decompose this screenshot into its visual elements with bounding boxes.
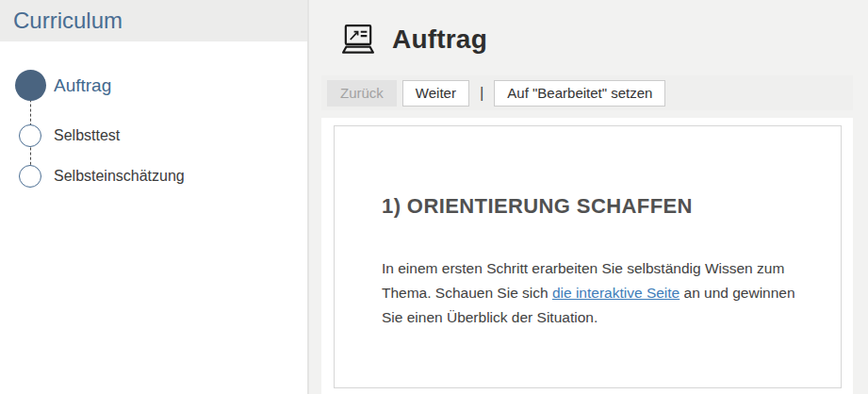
step-label-auftrag[interactable]: Auftrag [54, 75, 111, 96]
stepper-item-selbsteinschaetzung[interactable]: Selbsteinschätzung [0, 165, 307, 188]
content-heading: 1) ORIENTIERUNG SCHAFFEN [382, 194, 693, 219]
curriculum-stepper: Auftrag Selbsttest Selbsteinschätzung [0, 41, 307, 394]
step-label-selbsteinschaetzung[interactable]: Selbsteinschätzung [54, 168, 185, 185]
main-content-area: Auftrag Zurück Weiter | Auf "Bearbeitet"… [311, 0, 868, 394]
curriculum-sidebar: Curriculum Auftrag Selbsttest Selbsteins… [0, 0, 309, 394]
step-circle-active-icon [15, 70, 46, 101]
content-card: 1) ORIENTIERUNG SCHAFFEN In einem ersten… [334, 125, 842, 388]
app-root: Curriculum Auftrag Selbsttest Selbsteins… [0, 0, 868, 394]
step-circle-pending-icon [19, 124, 41, 147]
laptop-chart-icon [339, 24, 377, 56]
step-label-selbsttest[interactable]: Selbsttest [54, 127, 120, 144]
toolbar-separator: | [480, 84, 483, 103]
stepper-item-auftrag[interactable]: Auftrag [0, 70, 307, 101]
interactive-page-link[interactable]: die interaktive Seite [552, 285, 680, 301]
page-title: Auftrag [392, 25, 487, 55]
next-button[interactable]: Weiter [402, 80, 469, 107]
sidebar-title: Curriculum [0, 0, 307, 41]
content-paragraph: In einem ersten Schritt erarbeiten Sie s… [382, 256, 800, 330]
mark-edited-button[interactable]: Auf "Bearbeitet" setzen [494, 80, 665, 107]
stepper-item-selbsttest[interactable]: Selbsttest [0, 124, 307, 147]
step-circle-pending-icon [19, 165, 41, 188]
page-header: Auftrag [339, 24, 487, 56]
toolbar: Zurück Weiter | Auf "Bearbeitet" setzen [321, 75, 853, 110]
back-button[interactable]: Zurück [327, 80, 397, 107]
content-panel: 1) ORIENTIERUNG SCHAFFEN In einem ersten… [321, 118, 853, 394]
